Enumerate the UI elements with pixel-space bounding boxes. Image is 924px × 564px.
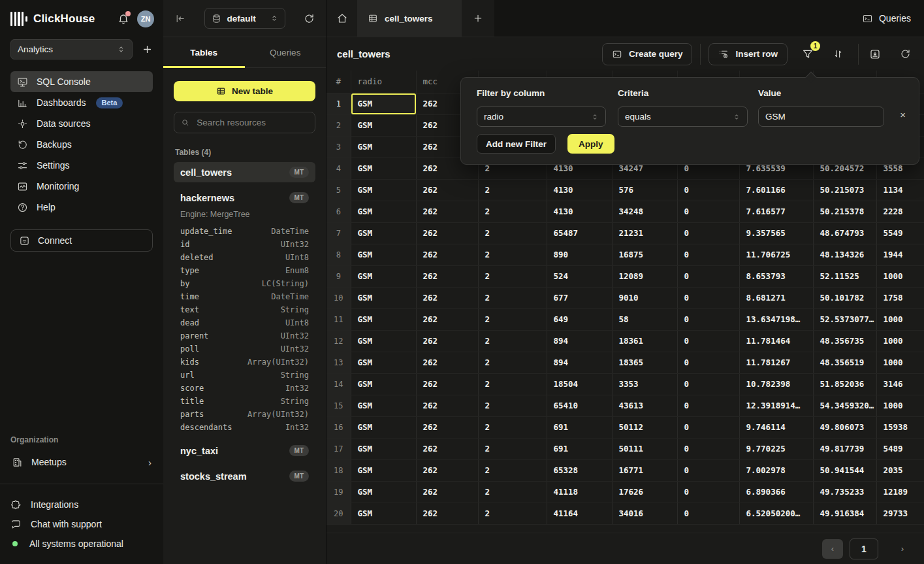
table-cell[interactable]: 0 <box>677 416 739 438</box>
table-cell[interactable]: 262 <box>416 244 478 265</box>
table-cell[interactable]: 43613 <box>612 395 677 416</box>
table-cell[interactable]: 50.215073 <box>813 179 876 201</box>
table-cell[interactable]: 2 <box>478 287 547 308</box>
table-cell[interactable]: 0 <box>677 395 739 416</box>
table-cell[interactable]: 1000 <box>876 308 924 330</box>
table-cell[interactable]: 262 <box>416 459 478 481</box>
table-cell[interactable]: 576 <box>612 179 677 201</box>
table-cell[interactable]: 262 <box>416 222 478 244</box>
table-cell[interactable]: 11.706725 <box>739 244 813 265</box>
table-cell[interactable]: 50.941544 <box>813 459 876 481</box>
table-cell[interactable]: 52.11525 <box>813 265 876 287</box>
table-cell[interactable]: GSM <box>351 136 416 158</box>
table-cell[interactable]: 12.3918914… <box>739 395 813 416</box>
table-cell[interactable]: 2 <box>478 459 547 481</box>
table-cell[interactable]: 16875 <box>612 244 677 265</box>
table-cell[interactable]: 7.601166 <box>739 179 813 201</box>
sidebar-item-chat-support[interactable]: Chat with support <box>10 514 153 534</box>
table-cell[interactable]: 262 <box>416 201 478 222</box>
table-cell[interactable]: 41164 <box>547 503 612 524</box>
table-cell[interactable]: 2 <box>478 416 547 438</box>
table-cell[interactable]: GSM <box>351 481 416 503</box>
table-cell[interactable]: GSM <box>351 330 416 352</box>
table-cell[interactable]: 51.852036 <box>813 373 876 395</box>
table-cell[interactable]: 48.356735 <box>813 330 876 352</box>
table-cell[interactable]: 262 <box>416 503 478 524</box>
table-cell[interactable]: GSM <box>351 352 416 373</box>
table-cell[interactable]: 0 <box>677 503 739 524</box>
table-cell[interactable]: 1000 <box>876 265 924 287</box>
user-avatar[interactable]: ZN <box>137 10 154 27</box>
table-cell[interactable]: 21231 <box>612 222 677 244</box>
table-cell[interactable]: 0 <box>677 179 739 201</box>
table-cell[interactable]: 2228 <box>876 201 924 222</box>
sidebar-item-integrations[interactable]: Integrations <box>10 495 153 514</box>
table-cell[interactable]: 2 <box>478 438 547 459</box>
collapse-panel-icon[interactable] <box>174 13 185 24</box>
table-cell[interactable]: 2 <box>478 222 547 244</box>
insert-row-button[interactable]: Insert row <box>709 43 788 65</box>
new-tab-button[interactable] <box>462 0 494 37</box>
table-cell[interactable]: 9010 <box>612 287 677 308</box>
table-cell[interactable]: GSM <box>351 222 416 244</box>
table-cell[interactable]: 1944 <box>876 244 924 265</box>
sidebar-item-help[interactable]: Help <box>10 197 153 218</box>
search-input[interactable] <box>195 117 308 128</box>
table-cell[interactable]: 2 <box>478 373 547 395</box>
table-cell[interactable]: 0 <box>677 287 739 308</box>
table-cell[interactable]: 1000 <box>876 330 924 352</box>
table-cell[interactable]: 48.134326 <box>813 244 876 265</box>
table-cell[interactable]: 50111 <box>612 438 677 459</box>
table-cell[interactable]: GSM <box>351 179 416 201</box>
table-cell[interactable]: 18504 <box>547 373 612 395</box>
sidebar-item-backups[interactable]: Backups <box>10 134 153 155</box>
table-cell[interactable]: 50.215378 <box>813 201 876 222</box>
table-cell[interactable]: 262 <box>416 352 478 373</box>
selected-cell[interactable]: GSM <box>351 93 416 114</box>
add-new-filter-button[interactable]: Add new Filter <box>477 134 556 154</box>
current-page-indicator[interactable]: 1 <box>850 539 878 559</box>
table-cell[interactable]: GSM <box>351 503 416 524</box>
table-cell[interactable]: GSM <box>351 438 416 459</box>
table-cell[interactable]: 262 <box>416 416 478 438</box>
table-item-hackernews[interactable]: hackernews MT <box>174 188 315 208</box>
table-cell[interactable]: 0 <box>677 481 739 503</box>
sidebar-item-data-sources[interactable]: Data sources <box>10 113 153 134</box>
column-header[interactable]: radio <box>351 71 416 93</box>
home-tab[interactable] <box>327 0 357 37</box>
sidebar-item-sql-console[interactable]: SQL Console <box>10 71 153 92</box>
tab-queries[interactable]: Queries <box>245 37 327 67</box>
table-cell[interactable]: 50.101782 <box>813 287 876 308</box>
table-cell[interactable]: 0 <box>677 222 739 244</box>
table-cell[interactable]: 2 <box>478 395 547 416</box>
table-cell[interactable]: 48.674793 <box>813 222 876 244</box>
table-cell[interactable]: 52.5373077… <box>813 308 876 330</box>
table-cell[interactable]: GSM <box>351 201 416 222</box>
sidebar-item-meetups[interactable]: Meetups › <box>10 452 153 472</box>
search-box[interactable] <box>174 112 315 133</box>
table-cell[interactable]: 0 <box>677 352 739 373</box>
table-cell[interactable]: 3353 <box>612 373 677 395</box>
table-cell[interactable]: 12089 <box>612 265 677 287</box>
table-cell[interactable]: 2 <box>478 265 547 287</box>
table-cell[interactable]: 18365 <box>612 352 677 373</box>
queries-button[interactable]: Queries <box>862 13 911 24</box>
table-cell[interactable]: 11.781464 <box>739 330 813 352</box>
table-cell[interactable]: 49.817739 <box>813 438 876 459</box>
table-cell[interactable]: GSM <box>351 459 416 481</box>
table-cell[interactable]: 6.890366 <box>739 481 813 503</box>
notifications-bell-icon[interactable] <box>118 13 129 25</box>
new-table-button[interactable]: New table <box>174 81 315 101</box>
table-cell[interactable]: 5489 <box>876 438 924 459</box>
connect-button[interactable]: Connect <box>10 229 153 252</box>
table-cell[interactable]: 11.781267 <box>739 352 813 373</box>
table-cell[interactable]: 262 <box>416 265 478 287</box>
table-cell[interactable]: 2 <box>478 503 547 524</box>
table-cell[interactable]: 29733 <box>876 503 924 524</box>
remove-filter-icon[interactable]: × <box>900 110 906 120</box>
table-cell[interactable]: 2 <box>478 352 547 373</box>
export-button[interactable] <box>867 46 884 63</box>
table-cell[interactable]: 49.916384 <box>813 503 876 524</box>
table-cell[interactable]: 0 <box>677 265 739 287</box>
next-page-button[interactable]: › <box>891 544 914 554</box>
